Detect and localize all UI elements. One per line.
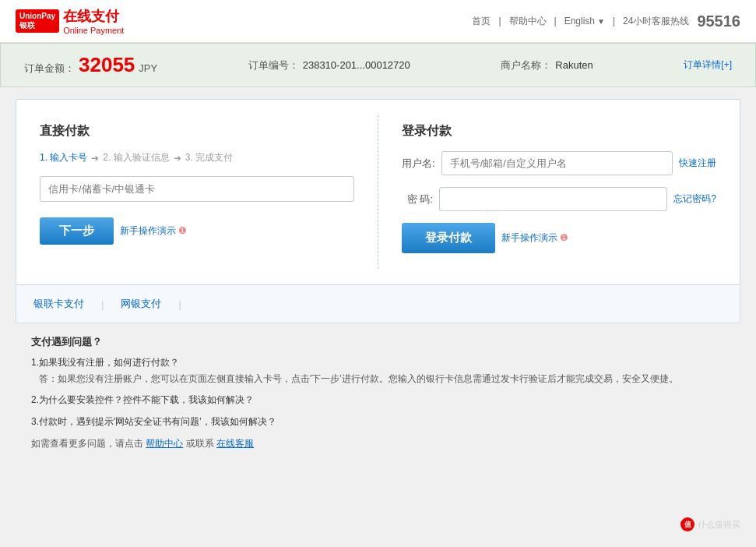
demo-icon-left: ❶ — [178, 225, 187, 236]
tab-separator-2: | — [178, 298, 181, 310]
chevron-down-icon: ▼ — [597, 17, 605, 26]
step-arrow-1: ➜ — [91, 153, 99, 164]
login-actions: 登录付款 新手操作演示 ❶ — [402, 223, 716, 253]
hotline-number: 95516 — [697, 12, 740, 30]
amount-value: 32055 — [79, 53, 135, 77]
demo-icon-right: ❶ — [560, 232, 568, 243]
faq-title: 支付遇到问题？ — [31, 335, 725, 349]
step-2-label: 2. 输入验证信息 — [103, 151, 169, 164]
amount-label: 订单金额： — [24, 62, 75, 76]
direct-payment-title: 直接付款 — [40, 123, 354, 139]
demo-text-right: 新手操作演示 — [501, 232, 557, 243]
faq-help-link[interactable]: 帮助中心 — [146, 438, 183, 449]
faq-question-3: 3.付款时，遇到提示'网站安全证书有问题'，我该如何解决？ — [31, 415, 725, 429]
faq-or-text: 或联系 — [186, 438, 214, 449]
unionpay-badge: UnionPay 银联 — [16, 9, 59, 33]
payment-tabs: 银联卡支付 | 网银支付 | — [16, 285, 740, 323]
merchant-label: 商户名称： — [501, 58, 551, 72]
order-merchant-item: 商户名称： Rakuten — [501, 58, 592, 72]
step-1-label: 1. 输入卡号 — [40, 151, 87, 164]
merchant-name: Rakuten — [555, 59, 592, 71]
faq-question-1: 1.如果我没有注册，如何进行付款？ — [31, 355, 725, 370]
login-demo-link[interactable]: 新手操作演示 ❶ — [501, 231, 568, 245]
tab-unionpay[interactable]: 银联卡支付 — [32, 293, 86, 315]
username-label: 用户名: — [402, 157, 435, 171]
language-dropdown[interactable]: English ▼ — [564, 16, 605, 26]
next-step-button[interactable]: 下一步 — [40, 217, 114, 245]
faq-answer-1: 答：如果您没有注册账户，您可以在页面左侧直接输入卡号，点击'下一步'进行付款。您… — [39, 372, 725, 386]
amount-currency: JPY — [139, 62, 157, 74]
register-link[interactable]: 快速注册 — [679, 157, 716, 170]
home-link[interactable]: 首页 — [472, 15, 491, 28]
logo-sub-text: Online Payment — [63, 26, 124, 35]
faq-item-2: 2.为什么要安装控件？控件不能下载，我该如何解决？ — [31, 393, 725, 408]
direct-payment-demo-link[interactable]: 新手操作演示 ❶ — [120, 224, 187, 238]
header: UnionPay 银联 在线支付 Online Payment 首页 | 帮助中… — [0, 0, 756, 43]
language-label: English — [564, 16, 595, 26]
payment-steps: 1. 输入卡号 ➜ 2. 输入验证信息 ➜ 3. 完成支付 — [40, 151, 354, 164]
tab-separator-1: | — [101, 298, 104, 310]
step-arrow-2: ➜ — [174, 153, 181, 164]
login-payment-title: 登录付款 — [402, 123, 716, 139]
logo-main-text: 在线支付 — [63, 7, 124, 26]
order-detail-link[interactable]: 订单详情[+] — [684, 58, 732, 72]
password-label: 密 码: — [402, 192, 433, 206]
faq-service-link[interactable]: 在线客服 — [216, 438, 254, 449]
demo-text-left: 新手操作演示 — [120, 225, 176, 236]
tab-netbank[interactable]: 网银支付 — [119, 293, 163, 315]
hotline-label: 24小时客服热线 — [623, 15, 689, 28]
order-info-bar: 订单金额： 32055 JPY 订单编号： 238310-201...00012… — [0, 43, 756, 87]
faq-footer-text: 如需查看更多问题，请点击 — [31, 438, 143, 449]
faq-area: 支付遇到问题？ 1.如果我没有注册，如何进行付款？ 答：如果您没有注册账户，您可… — [16, 323, 740, 450]
faq-item-3: 3.付款时，遇到提示'网站安全证书有问题'，我该如何解决？ — [31, 415, 725, 429]
order-number-value: 238310-201...00012720 — [303, 59, 410, 71]
nav-separator-2: | — [554, 16, 557, 26]
logo-text-area: 在线支付 Online Payment — [63, 7, 124, 35]
nav-separator-1: | — [498, 16, 501, 26]
card-number-input[interactable] — [40, 176, 354, 202]
faq-footer: 如需查看更多问题，请点击 帮助中心 或联系 在线客服 — [31, 437, 725, 450]
username-row: 用户名: 快速注册 — [402, 151, 716, 175]
username-input[interactable] — [441, 151, 673, 175]
password-input[interactable] — [439, 187, 667, 211]
step-3-label: 3. 完成支付 — [185, 151, 233, 164]
login-pay-button[interactable]: 登录付款 — [402, 223, 495, 253]
login-payment-panel: 登录付款 用户名: 快速注册 密 码: 忘记密码? 登录付款 新手操作演示 ❶ — [378, 115, 740, 269]
header-navigation: 首页 | 帮助中心 | English ▼ | 24小时客服热线 95516 — [472, 12, 740, 30]
faq-item-1: 1.如果我没有注册，如何进行付款？ 答：如果您没有注册账户，您可以在页面左侧直接… — [31, 355, 725, 386]
direct-payment-panel: 直接付款 1. 输入卡号 ➜ 2. 输入验证信息 ➜ 3. 完成支付 下一步 新… — [16, 115, 378, 269]
main-content: 直接付款 1. 输入卡号 ➜ 2. 输入验证信息 ➜ 3. 完成支付 下一步 新… — [0, 87, 756, 462]
order-amount-item: 订单金额： 32055 JPY — [24, 53, 157, 77]
order-number-label: 订单编号： — [248, 58, 299, 72]
help-link[interactable]: 帮助中心 — [509, 15, 547, 28]
forgot-password-link[interactable]: 忘记密码? — [673, 192, 716, 206]
password-row: 密 码: 忘记密码? — [402, 187, 716, 211]
faq-question-2: 2.为什么要安装控件？控件不能下载，我该如何解决？ — [31, 393, 725, 408]
payment-panel: 直接付款 1. 输入卡号 ➜ 2. 输入验证信息 ➜ 3. 完成支付 下一步 新… — [16, 99, 740, 285]
nav-separator-3: | — [613, 16, 615, 26]
logo-area: UnionPay 银联 在线支付 Online Payment — [16, 7, 124, 35]
order-number-item: 订单编号： 238310-201...00012720 — [248, 58, 410, 72]
